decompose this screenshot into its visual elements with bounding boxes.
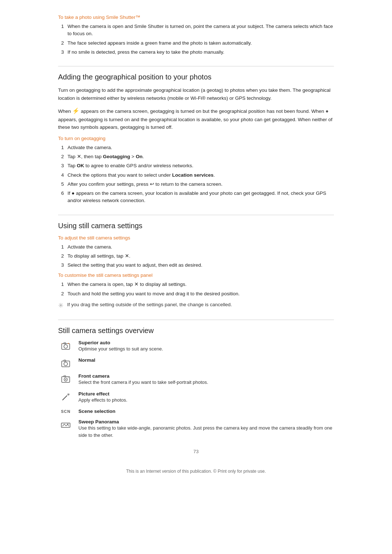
sweep-panorama-content: Sweep Panorama Use this setting to take …: [78, 419, 334, 439]
svg-line-13: [62, 395, 67, 400]
item-title: Superior auto: [78, 340, 163, 345]
item-title: Front camera: [78, 373, 208, 379]
normal-icon: [58, 357, 73, 368]
item-title: Scene selection: [78, 409, 115, 414]
list-item: 3 Select the setting that you want to ad…: [58, 262, 334, 269]
step-text: Tap ✕, then tap Geotagging > On.: [68, 153, 144, 160]
step-text: When the camera is open, tap ✕ to displa…: [68, 281, 187, 288]
overview-row-superior-auto: ✦ i Superior auto Optimise your settings…: [58, 340, 334, 353]
list-item: 3 Tap OK to agree to enable GPS and/or w…: [58, 162, 334, 169]
page-number: 73: [58, 449, 334, 454]
step-number: 3: [58, 262, 64, 269]
list-item: 2 The face selected appears inside a gre…: [58, 40, 334, 47]
step-number: 2: [58, 253, 64, 260]
step-text: Touch and hold the setting you want to m…: [68, 290, 240, 297]
svg-rect-2: [64, 342, 66, 344]
step-text: If ● appears on the camera screen, your …: [68, 190, 334, 205]
item-desc: Optimise your settings to suit any scene…: [78, 345, 163, 353]
scene-selection-content: Scene selection: [78, 409, 115, 414]
adjust-heading: To adjust the still camera settings: [58, 235, 334, 241]
picture-effect-icon: [58, 391, 73, 402]
item-title: Picture effect: [78, 391, 127, 397]
list-item: 1 Activate the camera.: [58, 243, 334, 251]
tip-text: If you drag the setting outside of the s…: [67, 301, 232, 308]
overview-row-front-camera: Front camera Select the front camera if …: [58, 373, 334, 386]
step-number: 3: [58, 162, 64, 169]
step-number: 2: [58, 153, 64, 160]
geotagging-steps: 1 Activate the camera. 2 Tap ✕, then tap…: [58, 144, 334, 205]
step-text: Activate the camera.: [68, 144, 112, 151]
svg-point-18: [68, 424, 69, 425]
list-item: 6 If ● appears on the camera screen, you…: [58, 190, 334, 205]
turn-on-geotagging-heading: To turn on geotagging: [58, 136, 334, 141]
step-text: Activate the camera.: [68, 243, 112, 251]
svg-text:✦: ✦: [68, 342, 69, 345]
geotagging-body2: When ⚡ appears on the camera screen, geo…: [58, 106, 334, 131]
list-item: 4 Check the options that you want to sel…: [58, 172, 334, 179]
step-text: After you confirm your settings, press ↩…: [68, 181, 222, 188]
superior-auto-icon: ✦ i: [58, 340, 73, 351]
step-number: 2: [58, 40, 64, 47]
step-number: 4: [58, 172, 64, 179]
list-item: 3 If no smile is detected, press the cam…: [58, 49, 334, 56]
overview-row-normal: Normal: [58, 357, 334, 368]
svg-point-16: [63, 399, 64, 399]
step-number: 6: [58, 190, 64, 205]
step-text: To display all settings, tap ✕.: [68, 253, 130, 260]
step-number: 5: [58, 181, 64, 188]
front-camera-icon: [58, 373, 73, 384]
overview-title: Still camera settings overview: [58, 320, 334, 335]
superior-auto-content: Superior auto Optimise your settings to …: [78, 340, 163, 353]
overview-row-sweep-panorama: Sweep Panorama Use this setting to take …: [58, 419, 334, 439]
list-item: 2 Tap ✕, then tap Geotagging > On.: [58, 153, 334, 160]
svg-point-6: [64, 362, 68, 366]
list-item: 5 After you confirm your settings, press…: [58, 181, 334, 188]
step-text: If no smile is detected, press the camer…: [68, 49, 224, 56]
step-number: 1: [58, 23, 64, 38]
customise-steps: 1 When the camera is open, tap ✕ to disp…: [58, 281, 334, 297]
overview-row-scene-selection: SCN Scene selection: [58, 409, 334, 414]
list-item: 1 When the camera is open and Smile Shut…: [58, 23, 334, 38]
tip-icon: ✳: [58, 301, 64, 309]
svg-rect-7: [64, 360, 66, 361]
item-desc: Use this setting to take wide-angle, pan…: [78, 424, 334, 439]
overview-row-picture-effect: Picture effect Apply effects to photos.: [58, 391, 334, 404]
picture-effect-content: Picture effect Apply effects to photos.: [78, 391, 127, 404]
step-number: 3: [58, 49, 64, 56]
overview-section: Still camera settings overview ✦ i Super…: [58, 320, 334, 439]
list-item: 2 To display all settings, tap ✕.: [58, 253, 334, 260]
step-text: When the camera is open and Smile Shutte…: [68, 23, 334, 38]
smile-shutter-section: To take a photo using Smile Shutter™ 1 W…: [58, 15, 334, 56]
normal-content: Normal: [78, 357, 95, 363]
step-text: Check the options that you want to selec…: [68, 172, 215, 179]
front-camera-content: Front camera Select the front camera if …: [78, 373, 208, 386]
adjust-steps: 1 Activate the camera. 2 To display all …: [58, 243, 334, 269]
step-number: 1: [58, 281, 64, 288]
step-text: Tap OK to agree to enable GPS and/or wir…: [68, 162, 193, 169]
geotagging-sym1: ⚡: [72, 108, 79, 114]
geotagging-section: Adding the geographical position to your…: [58, 66, 334, 205]
customise-heading: To customise the still camera settings p…: [58, 272, 334, 278]
list-item: 2 Touch and hold the setting you want to…: [58, 290, 334, 297]
smile-shutter-steps: 1 When the camera is open and Smile Shut…: [58, 23, 334, 56]
page-footer: This is an Internet version of this publ…: [58, 469, 334, 474]
step-number: 2: [58, 290, 64, 297]
list-item: 1 Activate the camera.: [58, 144, 334, 151]
svg-point-1: [64, 345, 68, 348]
svg-point-12: [68, 377, 69, 378]
step-text: The face selected appears inside a green…: [68, 40, 252, 47]
geotagging-sym2: ●: [326, 108, 328, 114]
list-item: 1 When the camera is open, tap ✕ to disp…: [58, 281, 334, 288]
step-number: 1: [58, 144, 64, 151]
step-text: Select the setting that you want to adju…: [68, 262, 202, 269]
item-title: Normal: [78, 357, 95, 363]
still-camera-title: Using still camera settings: [58, 215, 334, 230]
svg-point-10: [65, 379, 66, 380]
geotagging-title: Adding the geographical position to your…: [58, 66, 334, 81]
item-desc: Apply effects to photos.: [78, 397, 127, 404]
svg-rect-17: [61, 423, 70, 427]
scn-label: SCN: [61, 409, 70, 414]
sweep-panorama-icon: [58, 419, 73, 430]
scene-selection-icon: SCN: [58, 409, 73, 414]
item-desc: Select the front camera if you want to t…: [78, 379, 208, 386]
